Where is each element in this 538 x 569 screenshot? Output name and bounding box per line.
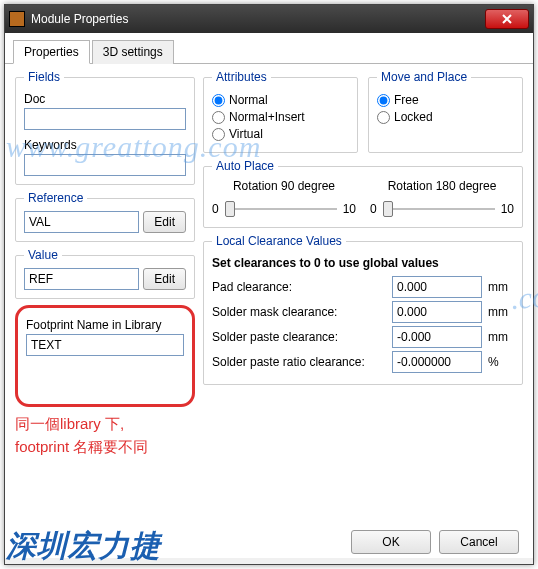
clearance-note: Set clearances to 0 to use global values bbox=[212, 256, 514, 270]
auto-place-legend: Auto Place bbox=[212, 159, 278, 173]
mask-clearance-label: Solder mask clearance: bbox=[212, 305, 386, 319]
rot180-min: 0 bbox=[370, 202, 377, 216]
content-area: Fields Doc Keywords Reference Edit Value bbox=[5, 64, 533, 558]
value-input[interactable] bbox=[24, 268, 139, 290]
dialog-buttons: OK Cancel bbox=[351, 530, 519, 554]
value-edit-button[interactable]: Edit bbox=[143, 268, 186, 290]
tabstrip: Properties 3D settings bbox=[5, 33, 533, 64]
attr-normal-insert-radio[interactable]: Normal+Insert bbox=[212, 110, 349, 124]
rot180-max: 10 bbox=[501, 202, 514, 216]
ratio-clearance-label: Solder paste ratio clearance: bbox=[212, 355, 386, 369]
mask-clearance-unit: mm bbox=[488, 305, 514, 319]
close-icon bbox=[502, 14, 512, 24]
attributes-group: Attributes Normal Normal+Insert Virtual bbox=[203, 70, 358, 153]
annotation-text: 同一個library 下, footprint 名稱要不同 bbox=[15, 413, 195, 458]
close-button[interactable] bbox=[485, 9, 529, 29]
pad-clearance-input[interactable] bbox=[392, 276, 482, 298]
ok-button[interactable]: OK bbox=[351, 530, 431, 554]
fields-group: Fields Doc Keywords bbox=[15, 70, 195, 185]
ratio-clearance-unit: % bbox=[488, 355, 514, 369]
pad-clearance-label: Pad clearance: bbox=[212, 280, 386, 294]
rot90-slider[interactable] bbox=[225, 199, 337, 219]
tab-properties[interactable]: Properties bbox=[13, 40, 90, 64]
paste-clearance-input[interactable] bbox=[392, 326, 482, 348]
value-legend: Value bbox=[24, 248, 62, 262]
rot90-label: Rotation 90 degree bbox=[212, 179, 356, 193]
footprint-highlight-box: Footprint Name in Library bbox=[15, 305, 195, 407]
app-icon bbox=[9, 11, 25, 27]
keywords-input[interactable] bbox=[24, 154, 186, 176]
attr-virtual-radio[interactable]: Virtual bbox=[212, 127, 349, 141]
annotation-line1: 同一個library 下, bbox=[15, 413, 195, 436]
rot180-slider[interactable] bbox=[383, 199, 495, 219]
clearance-legend: Local Clearance Values bbox=[212, 234, 346, 248]
mp-free-radio[interactable]: Free bbox=[377, 93, 514, 107]
value-group: Value Edit bbox=[15, 248, 195, 299]
mp-locked-radio[interactable]: Locked bbox=[377, 110, 514, 124]
auto-place-group: Auto Place Rotation 90 degree 0 10 Rotat… bbox=[203, 159, 523, 228]
footprint-label: Footprint Name in Library bbox=[26, 318, 184, 332]
move-place-legend: Move and Place bbox=[377, 70, 471, 84]
attributes-legend: Attributes bbox=[212, 70, 271, 84]
keywords-label: Keywords bbox=[24, 138, 186, 152]
paste-clearance-label: Solder paste clearance: bbox=[212, 330, 386, 344]
reference-legend: Reference bbox=[24, 191, 87, 205]
doc-label: Doc bbox=[24, 92, 186, 106]
mask-clearance-input[interactable] bbox=[392, 301, 482, 323]
window-title: Module Properties bbox=[31, 12, 485, 26]
reference-group: Reference Edit bbox=[15, 191, 195, 242]
tab-3d-settings[interactable]: 3D settings bbox=[92, 40, 174, 64]
rot90-min: 0 bbox=[212, 202, 219, 216]
fields-legend: Fields bbox=[24, 70, 64, 84]
pad-clearance-unit: mm bbox=[488, 280, 514, 294]
ratio-clearance-input[interactable] bbox=[392, 351, 482, 373]
footprint-name-input[interactable] bbox=[26, 334, 184, 356]
move-place-group: Move and Place Free Locked bbox=[368, 70, 523, 153]
paste-clearance-unit: mm bbox=[488, 330, 514, 344]
rot90-max: 10 bbox=[343, 202, 356, 216]
cancel-button[interactable]: Cancel bbox=[439, 530, 519, 554]
attr-normal-radio[interactable]: Normal bbox=[212, 93, 349, 107]
reference-edit-button[interactable]: Edit bbox=[143, 211, 186, 233]
doc-input[interactable] bbox=[24, 108, 186, 130]
dialog-window: Module Properties Properties 3D settings… bbox=[4, 4, 534, 565]
rot180-label: Rotation 180 degree bbox=[370, 179, 514, 193]
clearance-group: Local Clearance Values Set clearances to… bbox=[203, 234, 523, 385]
annotation-line2: footprint 名稱要不同 bbox=[15, 436, 195, 459]
reference-input[interactable] bbox=[24, 211, 139, 233]
titlebar: Module Properties bbox=[5, 5, 533, 33]
